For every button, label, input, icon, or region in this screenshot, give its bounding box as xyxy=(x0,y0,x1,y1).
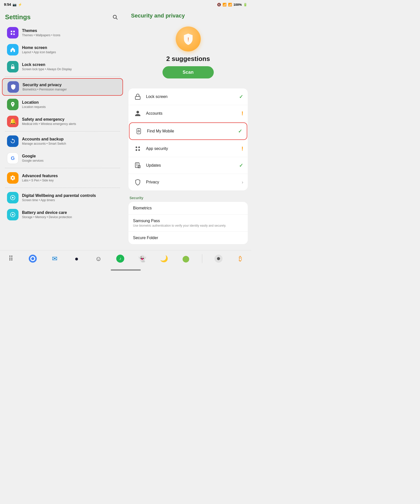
sec-status-app-security: ! xyxy=(242,145,243,152)
location-icon xyxy=(7,99,18,110)
accounts-icon xyxy=(133,109,142,118)
biometrics-card: BiometricsSamsung PassUse biometric auth… xyxy=(128,202,248,244)
bio-title-biometrics: Biometrics xyxy=(133,206,243,210)
item-title-safety-emergency: Safety and emergency xyxy=(22,117,118,122)
bio-item-biometrics[interactable]: Biometrics xyxy=(128,202,248,215)
settings-item-safety-emergency[interactable]: 🔔Safety and emergencyMedical info • Wire… xyxy=(2,113,123,130)
sec-item-find-my-mobile[interactable]: Find My Mobile✓ xyxy=(129,122,247,140)
bio-item-samsung-pass[interactable]: Samsung PassUse biometric authentication… xyxy=(128,215,248,232)
item-title-location: Location xyxy=(22,100,118,105)
nav-divider xyxy=(202,254,202,263)
item-subtitle-security-privacy: Biometrics • Permission manager xyxy=(22,88,118,91)
settings-item-accounts-backup[interactable]: Accounts and backupManage accounts • Sma… xyxy=(2,133,123,149)
svg-point-11 xyxy=(138,146,140,148)
svg-point-3 xyxy=(12,197,14,198)
item-title-themes: Themes xyxy=(22,28,118,33)
settings-item-themes[interactable]: ThemesThemes • Wallpapers • Icons xyxy=(2,24,123,41)
section-divider xyxy=(5,131,120,131)
section-divider xyxy=(5,168,120,168)
shield-circle: ! xyxy=(176,26,201,51)
nav-app-outlook[interactable]: ✉ xyxy=(49,253,60,264)
nav-app-grid[interactable]: ⠿ xyxy=(5,253,17,264)
right-panel: Security and privacy ! 2 suggestions Sca… xyxy=(125,9,251,250)
accounts-backup-icon xyxy=(7,135,18,147)
settings-item-google[interactable]: GGoogleGoogle services xyxy=(2,150,123,166)
camera-icon: 📷 xyxy=(12,3,16,6)
right-panel-title: Security and privacy xyxy=(131,12,185,19)
safety-emergency-icon: 🔔 xyxy=(7,116,18,127)
left-header: Settings xyxy=(0,9,125,24)
digital-wellbeing-icon xyxy=(7,192,18,203)
item-subtitle-battery-device: Storage • Memory • Device protection xyxy=(22,215,118,219)
nav-app-dots[interactable]: ● xyxy=(71,253,82,264)
svg-point-4 xyxy=(12,214,14,215)
item-title-home-screen: Home screen xyxy=(22,45,118,50)
item-title-accounts-backup: Accounts and backup xyxy=(22,137,118,141)
nav-app-lime[interactable]: ⬤ xyxy=(180,253,192,264)
home-indicator xyxy=(111,269,141,271)
themes-icon xyxy=(7,27,18,38)
find-my-mobile-icon xyxy=(134,126,144,136)
item-subtitle-location: Location requests xyxy=(22,105,118,109)
svg-rect-7 xyxy=(137,128,140,134)
sec-status-accounts: ! xyxy=(242,110,243,117)
item-title-digital-wellbeing: Digital Wellbeing and parental controls xyxy=(22,193,118,198)
item-subtitle-home-screen: Layout • App icon badges xyxy=(22,50,118,54)
sec-item-updates[interactable]: Updates✓ xyxy=(128,157,248,174)
status-bar: 9:54 📷 ⚡ 🔇 📶 📶 100% 🔋 xyxy=(0,0,251,9)
sec-label-privacy: Privacy xyxy=(146,180,238,184)
item-subtitle-lock-screen: Screen lock type • Always On Display xyxy=(22,67,118,71)
nav-app-settings[interactable]: ⚙ xyxy=(213,253,224,264)
item-title-lock-screen: Lock screen xyxy=(22,62,118,67)
wifi-icon: 📶 xyxy=(222,3,226,6)
settings-item-advanced-features[interactable]: Advanced featuresLabs • S Pen • Side key xyxy=(2,170,123,186)
flash-icon: ⚡ xyxy=(18,3,22,6)
svg-rect-2 xyxy=(11,66,14,69)
svg-text:♪: ♪ xyxy=(119,256,121,261)
google-icon: G xyxy=(7,152,18,164)
security-section-label: Security xyxy=(125,192,251,201)
sec-label-accounts: Accounts xyxy=(146,111,238,116)
settings-item-home-screen[interactable]: Home screenLayout • App icon badges xyxy=(2,41,123,58)
svg-point-8 xyxy=(138,130,140,132)
security-privacy-icon xyxy=(8,81,19,93)
nav-app-snapchat[interactable]: 👻 xyxy=(136,253,148,264)
security-hero: ! 2 suggestions Scan xyxy=(125,21,251,86)
sec-item-lock-screen[interactable]: Lock screen✓ xyxy=(128,88,248,105)
lock-screen-icon xyxy=(133,92,142,101)
sec-item-app-security[interactable]: App security! xyxy=(128,140,248,157)
sec-label-lock-screen: Lock screen xyxy=(146,94,236,99)
settings-item-location[interactable]: LocationLocation requests xyxy=(2,96,123,113)
nav-app-chrome[interactable] xyxy=(27,253,38,264)
battery-icon: 🔋 xyxy=(243,3,247,6)
settings-list: ThemesThemes • Wallpapers • IconsHome sc… xyxy=(0,24,125,223)
search-button[interactable] xyxy=(110,12,120,22)
status-icons: 🔇 📶 📶 100% 🔋 xyxy=(217,3,247,6)
item-title-battery-device: Battery and device care xyxy=(22,210,118,215)
nav-app-btc[interactable]: ₿ xyxy=(234,253,246,264)
settings-item-digital-wellbeing[interactable]: Digital Wellbeing and parental controlsS… xyxy=(2,189,123,206)
item-title-advanced-features: Advanced features xyxy=(22,174,118,178)
home-screen-icon xyxy=(7,44,18,55)
item-subtitle-advanced-features: Labs • S Pen • Side key xyxy=(22,179,118,182)
settings-item-security-privacy[interactable]: Security and privacyBiometrics • Permiss… xyxy=(2,78,123,96)
battery-text: 100% xyxy=(234,3,242,6)
updates-icon xyxy=(133,161,142,170)
item-subtitle-google: Google services xyxy=(22,159,118,162)
right-header: Security and privacy xyxy=(125,9,251,21)
nav-app-smiley[interactable]: ☺ xyxy=(93,253,104,264)
scan-button[interactable]: Scan xyxy=(162,66,214,78)
svg-rect-6 xyxy=(135,96,140,99)
item-subtitle-themes: Themes • Wallpapers • Icons xyxy=(22,33,118,37)
nav-app-spotify[interactable]: ♪ xyxy=(114,253,126,264)
sec-status-updates: ✓ xyxy=(239,162,243,168)
sec-item-privacy[interactable]: Privacy› xyxy=(128,174,248,190)
nav-app-nebula[interactable]: 🌙 xyxy=(158,253,170,264)
advanced-features-icon xyxy=(7,172,18,184)
bio-item-secure-folder[interactable]: Secure Folder xyxy=(128,232,248,244)
sec-item-accounts[interactable]: Accounts! xyxy=(128,105,248,122)
settings-item-battery-device[interactable]: Battery and device careStorage • Memory … xyxy=(2,206,123,223)
svg-line-1 xyxy=(116,18,117,19)
sec-status-lock-screen: ✓ xyxy=(239,94,243,100)
settings-item-lock-screen[interactable]: Lock screenScreen lock type • Always On … xyxy=(2,58,123,75)
